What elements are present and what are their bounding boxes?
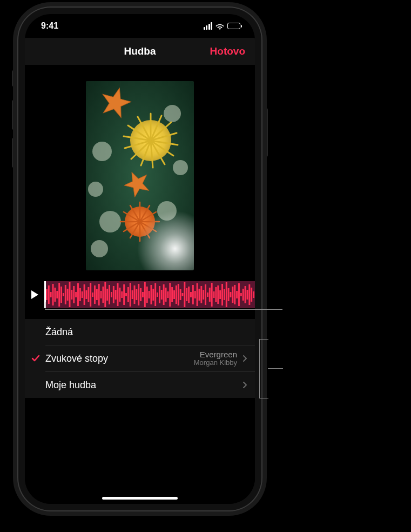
svg-rect-111 bbox=[200, 286, 202, 303]
svg-rect-66 bbox=[106, 289, 108, 301]
svg-rect-92 bbox=[161, 290, 163, 300]
svg-rect-46 bbox=[65, 285, 66, 304]
svg-rect-39 bbox=[50, 292, 52, 297]
svg-rect-132 bbox=[245, 286, 246, 303]
content-area: Žádná Zvukové stopy Evergreen Morgan Kib… bbox=[25, 65, 255, 504]
callout-bracket-options bbox=[259, 339, 268, 398]
svg-rect-133 bbox=[247, 290, 248, 300]
svg-rect-97 bbox=[171, 287, 173, 302]
svg-rect-135 bbox=[251, 288, 252, 302]
option-soundtracks[interactable]: Zvukové stopy Evergreen Morgan Kibby bbox=[25, 345, 255, 371]
battery-icon bbox=[227, 23, 242, 29]
svg-rect-125 bbox=[230, 292, 232, 297]
svg-rect-52 bbox=[77, 283, 79, 306]
wifi-icon bbox=[215, 23, 225, 30]
svg-rect-86 bbox=[149, 291, 150, 298]
option-none-label: Žádná bbox=[45, 327, 247, 338]
svg-rect-67 bbox=[109, 285, 110, 304]
volume-up-button bbox=[12, 100, 15, 130]
svg-rect-116 bbox=[211, 283, 213, 307]
svg-rect-70 bbox=[115, 290, 117, 300]
option-soundtracks-detail: Evergreen Morgan Kibby bbox=[194, 350, 237, 367]
callout-line-options bbox=[268, 368, 283, 369]
svg-rect-72 bbox=[119, 288, 120, 302]
phone-frame: 9:41 Hudba Hotovo bbox=[18, 8, 261, 510]
checkmark-icon bbox=[31, 354, 40, 363]
svg-rect-42 bbox=[56, 291, 58, 298]
notch bbox=[86, 14, 194, 29]
svg-rect-89 bbox=[154, 283, 156, 306]
svg-rect-69 bbox=[113, 286, 114, 303]
svg-rect-51 bbox=[75, 292, 77, 297]
option-none[interactable]: Žádná bbox=[25, 319, 255, 345]
current-track-artist: Morgan Kibby bbox=[194, 359, 237, 367]
status-time: 9:41 bbox=[41, 21, 58, 31]
svg-point-4 bbox=[164, 105, 181, 122]
svg-rect-108 bbox=[194, 291, 196, 298]
svg-rect-58 bbox=[90, 283, 91, 307]
svg-rect-118 bbox=[215, 287, 217, 302]
svg-point-1 bbox=[92, 142, 112, 161]
svg-rect-59 bbox=[92, 292, 93, 297]
svg-point-2 bbox=[88, 182, 103, 197]
svg-rect-64 bbox=[102, 287, 104, 303]
svg-rect-45 bbox=[63, 293, 64, 296]
svg-rect-54 bbox=[82, 291, 83, 298]
svg-rect-129 bbox=[238, 283, 240, 306]
svg-rect-123 bbox=[226, 282, 227, 307]
option-my-music[interactable]: Moje hudba bbox=[25, 371, 255, 398]
svg-rect-82 bbox=[140, 288, 142, 301]
svg-rect-122 bbox=[224, 289, 225, 300]
svg-rect-71 bbox=[117, 283, 119, 306]
svg-rect-101 bbox=[180, 289, 181, 300]
svg-rect-124 bbox=[228, 288, 230, 301]
svg-rect-134 bbox=[248, 284, 250, 305]
svg-rect-79 bbox=[134, 285, 136, 304]
svg-rect-50 bbox=[73, 286, 75, 303]
chevron-right-icon bbox=[242, 381, 247, 389]
svg-rect-55 bbox=[84, 284, 85, 305]
home-indicator[interactable] bbox=[102, 497, 178, 500]
svg-rect-77 bbox=[130, 283, 131, 307]
svg-rect-90 bbox=[157, 292, 158, 297]
svg-rect-47 bbox=[67, 289, 69, 301]
svg-rect-40 bbox=[52, 284, 54, 305]
svg-rect-60 bbox=[94, 285, 96, 304]
svg-rect-61 bbox=[96, 289, 98, 300]
video-preview[interactable] bbox=[86, 81, 194, 270]
svg-rect-80 bbox=[136, 289, 137, 300]
svg-rect-83 bbox=[142, 292, 144, 297]
done-button[interactable]: Hotovo bbox=[210, 45, 245, 57]
svg-rect-56 bbox=[86, 290, 87, 299]
svg-rect-99 bbox=[176, 285, 177, 304]
svg-rect-109 bbox=[197, 283, 198, 306]
svg-rect-130 bbox=[240, 293, 242, 296]
svg-rect-127 bbox=[234, 285, 235, 304]
svg-rect-91 bbox=[159, 286, 160, 303]
svg-rect-128 bbox=[236, 291, 238, 298]
status-icons bbox=[204, 22, 242, 30]
svg-rect-38 bbox=[48, 285, 50, 304]
svg-rect-100 bbox=[178, 284, 179, 305]
svg-rect-110 bbox=[199, 289, 200, 301]
svg-point-5 bbox=[173, 160, 188, 175]
soundtrack-options: Žádná Zvukové stopy Evergreen Morgan Kib… bbox=[25, 319, 255, 398]
svg-rect-41 bbox=[54, 288, 56, 302]
svg-rect-84 bbox=[144, 282, 146, 307]
svg-rect-81 bbox=[138, 284, 139, 305]
svg-rect-131 bbox=[242, 289, 244, 301]
svg-rect-105 bbox=[188, 287, 190, 303]
svg-rect-104 bbox=[186, 288, 187, 301]
svg-rect-102 bbox=[182, 293, 184, 296]
current-track-title: Evergreen bbox=[194, 350, 237, 360]
play-button[interactable] bbox=[25, 281, 44, 308]
svg-rect-93 bbox=[163, 284, 165, 305]
cellular-signal-icon bbox=[204, 22, 213, 30]
audio-waveform[interactable] bbox=[46, 281, 255, 308]
svg-rect-95 bbox=[167, 291, 169, 298]
svg-rect-136 bbox=[253, 291, 254, 298]
svg-rect-62 bbox=[98, 284, 100, 305]
svg-rect-107 bbox=[192, 285, 194, 304]
svg-rect-88 bbox=[152, 289, 154, 301]
chevron-right-icon bbox=[242, 355, 247, 362]
